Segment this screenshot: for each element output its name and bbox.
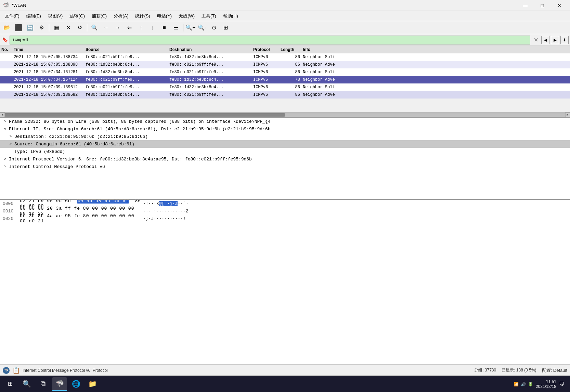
taskbar-clock[interactable]: 11:51 2021/12/18 — [536, 379, 556, 389]
filter-bookmark-icon: 🔖 — [1, 37, 8, 43]
hex-ascii-2: ·;·J···········! — [143, 216, 567, 221]
menu-tools[interactable]: 工具(T) — [198, 12, 220, 21]
hex-ascii-1: ··· :···········2 — [143, 209, 567, 214]
toolbar-forward[interactable]: → — [112, 23, 123, 32]
table-row[interactable]: 2021-12-18 15:07:39.189682 fe80::1d32:be… — [0, 91, 570, 99]
window-title: *WLAN — [12, 3, 26, 8]
toolbar-zoom-out[interactable]: 🔍- — [197, 23, 208, 32]
detail-ipv6-expand-icon[interactable]: > — [3, 157, 8, 161]
toolbar-go-up[interactable]: ↑ — [135, 23, 146, 32]
close-button[interactable]: ✕ — [552, 0, 567, 11]
hscroll-track[interactable] — [5, 113, 565, 117]
table-row[interactable]: 2021-12-18 15:07:39.189612 fe80::c021:b9… — [0, 83, 570, 91]
taskbar-task-view[interactable]: ⧉ — [36, 377, 51, 391]
detail-ipv6-text: Internet Protocol Version 6, Src: fe80::… — [9, 157, 252, 162]
menu-phone[interactable]: 电话(Y) — [154, 12, 175, 21]
toolbar-list-view[interactable]: ≡ — [159, 23, 170, 32]
taskbar-tray: 📶 🔊 🔋 — [514, 382, 533, 387]
table-row[interactable]: 2021-12-18 15:07:34.161281 fe80::1d32:be… — [0, 68, 570, 76]
tray-notification-icon[interactable]: 🗨 — [559, 381, 565, 387]
hex-offset-2: 0020 — [3, 216, 20, 221]
filter-next-button[interactable]: ▶ — [551, 36, 559, 44]
status-shark-icon: 🦈 — [3, 367, 10, 374]
toolbar-refresh[interactable]: ↺ — [74, 23, 85, 32]
start-button[interactable]: ⊞ — [3, 377, 18, 392]
packet-list-hscrollbar[interactable]: ◀ ▶ — [0, 112, 570, 117]
hscroll-right-arrow[interactable]: ▶ — [565, 113, 570, 117]
status-icon-profile: 配置: Default — [542, 367, 567, 374]
toolbar-zoom-in[interactable]: 🔍+ — [185, 23, 196, 32]
tray-network-icon: 📶 — [514, 382, 519, 387]
toolbar-go-down[interactable]: ↓ — [147, 23, 158, 32]
detail-src-expand-icon[interactable]: > — [8, 142, 13, 146]
detail-frame-text: Frame 32832: 86 bytes on wire (688 bits)… — [9, 119, 271, 124]
filter-input[interactable] — [10, 36, 530, 44]
toolbar-sep-2 — [87, 24, 87, 31]
title-bar: 🦈 *WLAN — □ ✕ — [0, 0, 570, 11]
filter-clear-button[interactable]: ✕ — [532, 36, 540, 44]
hscroll-thumb[interactable] — [5, 113, 285, 117]
detail-icmpv6-row[interactable]: > Internet Control Message Protocol v6 — [0, 163, 570, 170]
main-content: No. Time Source Destination Protocol Len… — [0, 46, 570, 365]
detail-type-text: Type: IPv6 (0x86dd) — [14, 149, 65, 154]
menu-analyze[interactable]: 分析(A) — [110, 12, 132, 21]
menu-view[interactable]: 视图(V) — [44, 12, 66, 21]
tray-sound-icon: 🔊 — [521, 382, 526, 387]
detail-expand-icon[interactable]: > — [3, 119, 8, 124]
detail-ipv6-row[interactable]: > Internet Protocol Version 6, Src: fe80… — [0, 155, 570, 163]
hscroll-left-arrow[interactable]: ◀ — [0, 113, 5, 117]
toolbar-go-first[interactable]: ⇐ — [124, 23, 135, 32]
title-bar-controls: — □ ✕ — [517, 0, 567, 11]
clock-date: 2021/12/18 — [536, 384, 556, 389]
table-row[interactable]: 2021-12-18 15:07:34.167124 fe80::c021:b9… — [0, 76, 570, 83]
header-destination: Destination — [169, 47, 253, 52]
toolbar-restart[interactable]: 🔄 — [25, 23, 36, 32]
menu-edit[interactable]: 编辑(E) — [23, 12, 44, 21]
menu-capture[interactable]: 捕获(C) — [88, 12, 110, 21]
detail-icmpv6-text: Internet Control Message Protocol v6 — [9, 164, 105, 169]
table-row[interactable]: 2021-12-18 15:07:05.188898 fe80::1d32:be… — [0, 61, 570, 68]
filter-add-button[interactable]: + — [560, 36, 569, 44]
toolbar-options[interactable]: ⚙ — [36, 23, 47, 32]
detail-icmpv6-expand-icon[interactable]: > — [3, 164, 8, 169]
toolbar-stop[interactable]: ⬛ — [13, 23, 24, 32]
detail-ethernet-expand-icon[interactable]: v — [3, 127, 8, 131]
detail-type-row[interactable]: > Type: IPv6 (0x86dd) — [0, 148, 570, 155]
toolbar: 📂 ⬛ 🔄 ⚙ ▦ ✕ ↺ 🔍 ← → ⇐ ↑ ↓ ≡ ⚌ 🔍+ 🔍- ⊙ ⊞ — [0, 21, 570, 34]
detail-frame-row[interactable]: > Frame 32832: 86 bytes on wire (688 bit… — [0, 118, 570, 125]
toolbar-open[interactable]: 📂 — [1, 23, 12, 32]
toolbar-back[interactable]: ← — [101, 23, 112, 32]
toolbar-search[interactable]: 🔍 — [89, 23, 100, 32]
taskbar-search[interactable]: 🔍 — [19, 377, 34, 391]
table-row[interactable]: 2021-12-18 15:07:05.188734 fe80::c021:b9… — [0, 53, 570, 61]
detail-ethernet-row[interactable]: v Ethernet II, Src: Chongqin_6a:cb:61 (4… — [0, 125, 570, 133]
toolbar-delete[interactable]: ✕ — [63, 23, 74, 32]
detail-dst-expand-icon[interactable]: > — [8, 134, 13, 139]
minimize-button[interactable]: — — [517, 0, 533, 11]
taskbar-explorer[interactable]: 📁 — [85, 377, 100, 391]
detail-dst-row[interactable]: > Destination: c2:21:b9:95:9d:6b (c2:21:… — [0, 133, 570, 140]
toolbar-sep-1 — [49, 24, 49, 31]
detail-src-row[interactable]: > Source: Chongqin_6a:cb:61 (40:5b:d8:6a… — [0, 140, 570, 148]
packet-list-panel: No. Time Source Destination Protocol Len… — [0, 46, 570, 118]
toolbar-columns[interactable]: ⚌ — [170, 23, 181, 32]
menu-file[interactable]: 文件(F) — [1, 12, 23, 21]
menu-help[interactable]: 帮助(H) — [220, 12, 242, 21]
toolbar-zoom-reset[interactable]: ⊙ — [208, 23, 219, 32]
menu-wireless[interactable]: 无线(W) — [175, 12, 198, 21]
taskbar-wireshark[interactable]: 🦈 — [52, 377, 67, 391]
maximize-button[interactable]: □ — [534, 0, 550, 11]
toolbar-resize[interactable]: ⊞ — [220, 23, 231, 32]
toolbar-grid[interactable]: ▦ — [51, 23, 62, 32]
hex-bytes-2: be 3b 8c 4a ae 95 fe 80 00 00 00 00 00 0… — [20, 213, 143, 224]
hex-dump-panel: 0000 c2 21 b9 95 9d 6b 40 5b d8 6a cb 61… — [0, 200, 570, 365]
taskbar-edge[interactable]: 🌐 — [68, 377, 83, 391]
hex-offset-1: 0010 — [3, 209, 20, 214]
filter-bar: 🔖 ✕ ◀ ▶ + — [0, 34, 570, 46]
hex-ascii-0: ·!···k@[ ·j·a··`· — [143, 201, 567, 206]
taskbar: ⊞ 🔍 ⧉ 🦈 🌐 📁 📶 🔊 🔋 11:51 2021/12/18 🗨 — [0, 376, 570, 392]
status-displayed: 已显示: 188 (0 5%) — [502, 367, 536, 373]
menu-stats[interactable]: 统计(S) — [132, 12, 153, 21]
filter-prev-button[interactable]: ◀ — [541, 36, 549, 44]
menu-jump[interactable]: 跳转(G) — [66, 12, 88, 21]
